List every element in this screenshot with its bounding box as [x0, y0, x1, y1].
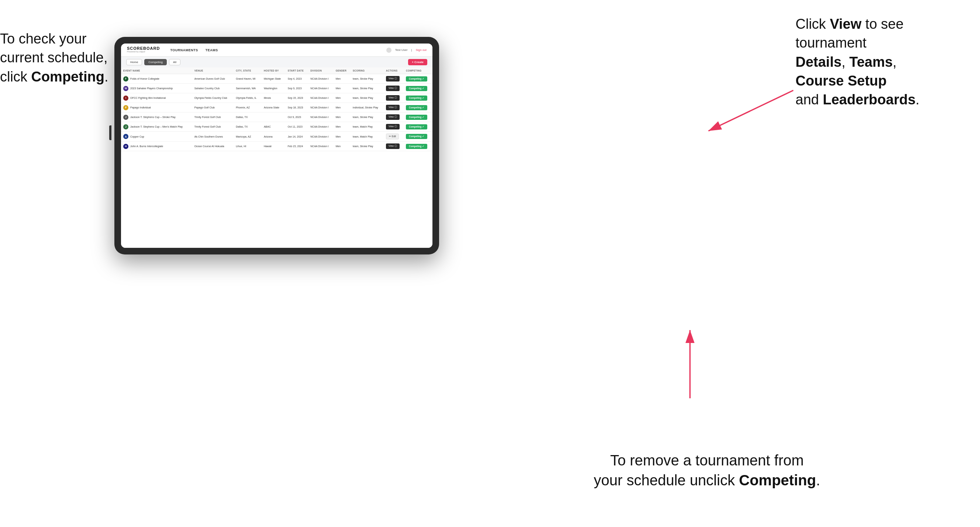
cell-scoring: team, Match Play [350, 132, 384, 141]
cell-start-date: Feb 15, 2024 [286, 141, 308, 151]
competing-button[interactable]: Competing ✓ [406, 124, 427, 129]
cell-actions[interactable]: View ⓘ [384, 122, 404, 132]
col-event-name: EVENT NAME [121, 67, 192, 74]
nav-teams[interactable]: TEAMS [205, 48, 218, 52]
cell-venue: American Dunes Golf Club [192, 74, 234, 84]
team-logo: J [123, 124, 129, 129]
view-button[interactable]: View ⓘ [386, 76, 399, 81]
cell-start-date: Sep 18, 2023 [286, 103, 308, 113]
ann-tr-teams-bold: Teams [850, 54, 893, 70]
col-actions: ACTIONS [384, 67, 404, 74]
cell-division: NCAA Division I [308, 132, 333, 141]
cell-division: NCAA Division I [308, 84, 333, 93]
cell-competing[interactable]: Competing ✓ [404, 84, 433, 93]
cell-venue: Trinity Forest Golf Club [192, 113, 234, 122]
edit-button[interactable]: ✏ Edit [386, 133, 399, 140]
event-name-text: John A. Burns Intercollegiate [130, 145, 163, 148]
cell-hosted-by: Hawaii [262, 141, 286, 151]
filter-bar: Home Competing All + Create [121, 57, 433, 67]
annotation-line3-suffix: . [104, 69, 108, 84]
view-button[interactable]: View ⓘ [386, 124, 399, 129]
ann-tr-s1: to see [862, 16, 904, 32]
ann-tr-and: and [795, 92, 823, 107]
user-icon [386, 48, 391, 53]
cell-gender: Men [334, 141, 350, 151]
cell-scoring: individual, Stroke Play [350, 103, 384, 113]
create-tournament-btn[interactable]: + Create [408, 59, 427, 65]
team-logo: F [123, 76, 129, 81]
cell-actions[interactable]: View ⓘ [384, 84, 404, 93]
col-venue: VENUE [192, 67, 234, 74]
col-start-date: START DATE [286, 67, 308, 74]
cell-competing[interactable]: Competing ✓ [404, 113, 433, 122]
annotation-top-right: Click View to see tournament Details, Te… [795, 15, 973, 109]
col-gender: GENDER [334, 67, 350, 74]
view-button[interactable]: View ⓘ [386, 114, 399, 120]
cell-competing[interactable]: Competing ✓ [404, 141, 433, 151]
sign-out-link[interactable]: Sign out [416, 48, 426, 52]
table-row: J Jackson T. Stephens Cup – Men's Match … [121, 122, 433, 132]
cell-competing[interactable]: Competing ✓ [404, 132, 433, 141]
ann-tr-l2: tournament [795, 35, 866, 51]
view-button[interactable]: View ⓘ [386, 105, 399, 110]
cell-competing[interactable]: Competing ✓ [404, 122, 433, 132]
cell-city: Dallas, TX [234, 113, 262, 122]
scoreboard-logo: SCOREBOARD Powered by clippd [127, 46, 160, 53]
table-row: W 2023 Sahalee Players Championship Saha… [121, 84, 433, 93]
annotation-line3-prefix: click [0, 69, 31, 84]
cell-venue: Olympia Fields Country Club [192, 93, 234, 103]
cell-hosted-by: Washington [262, 84, 286, 93]
competing-button[interactable]: Competing ✓ [406, 115, 427, 120]
cell-competing[interactable]: Competing ✓ [404, 103, 433, 113]
cell-actions[interactable]: View ⓘ [384, 141, 404, 151]
table-row: J Jackson T. Stephens Cup – Stroke Play … [121, 113, 433, 122]
col-city: CITY, STATE [234, 67, 262, 74]
cell-start-date: Sep 4, 2023 [286, 74, 308, 84]
competing-button[interactable]: Competing ✓ [406, 76, 427, 81]
cell-scoring: team, Stroke Play [350, 74, 384, 84]
nav-tournaments[interactable]: TOURNAMENTS [170, 48, 198, 52]
cell-hosted-by: Arizona [262, 132, 286, 141]
cell-gender: Men [334, 113, 350, 122]
cell-actions[interactable]: View ⓘ [384, 93, 404, 103]
cell-event-name: J Jackson T. Stephens Cup – Men's Match … [121, 122, 192, 132]
cell-event-name: F Folds of Honor Collegiate [121, 74, 192, 84]
view-button[interactable]: View ⓘ [386, 95, 399, 101]
annotation-line2: current schedule, [0, 50, 108, 65]
cell-competing[interactable]: Competing ✓ [404, 93, 433, 103]
tablet-screen: SCOREBOARD Powered by clippd TOURNAMENTS… [121, 43, 433, 248]
filter-home-btn[interactable]: Home [126, 59, 142, 65]
ann-tr-s6: . [915, 92, 920, 107]
table-header: EVENT NAME VENUE CITY, STATE HOSTED BY S… [121, 67, 433, 74]
cell-event-name: I OFCC Fighting Illini Invitational [121, 93, 192, 103]
cell-actions[interactable]: View ⓘ [384, 103, 404, 113]
team-logo: A [123, 134, 129, 139]
tournaments-table: EVENT NAME VENUE CITY, STATE HOSTED BY S… [121, 67, 433, 151]
cell-venue: Papago Golf Club [192, 103, 234, 113]
cell-scoring: team, Stroke Play [350, 141, 384, 151]
cell-division: NCAA Division I [308, 103, 333, 113]
view-button[interactable]: View ⓘ [386, 86, 399, 91]
cell-start-date: Sep 15, 2023 [286, 93, 308, 103]
nav-user-label: Test User [395, 48, 408, 52]
logo-subtitle: Powered by clippd [127, 51, 160, 53]
ann-bot-l1: To remove a tournament from [610, 452, 804, 468]
filter-competing-btn[interactable]: Competing [144, 59, 167, 65]
view-button[interactable]: View ⓘ [386, 143, 399, 149]
cell-actions[interactable]: View ⓘ [384, 113, 404, 122]
competing-button[interactable]: Competing ✓ [406, 144, 427, 149]
cell-actions[interactable]: ✏ Edit [384, 132, 404, 141]
ann-tr-p1: Click [795, 16, 830, 32]
competing-button[interactable]: Competing ✓ [406, 86, 427, 91]
filter-all-btn[interactable]: All [169, 59, 180, 65]
competing-button[interactable]: Competing ✓ [406, 134, 427, 139]
cell-competing[interactable]: Competing ✓ [404, 74, 433, 84]
tablet-device: SCOREBOARD Powered by clippd TOURNAMENTS… [115, 37, 439, 254]
cell-venue: Ak-Chin Southern Dunes [192, 132, 234, 141]
cell-scoring: team, Stroke Play [350, 84, 384, 93]
event-name-text: Folds of Honor Collegiate [130, 78, 159, 80]
competing-button[interactable]: Competing ✓ [406, 95, 427, 101]
cell-actions[interactable]: View ⓘ [384, 74, 404, 84]
competing-button[interactable]: Competing ✓ [406, 105, 427, 110]
cell-hosted-by: Michigan State [262, 74, 286, 84]
